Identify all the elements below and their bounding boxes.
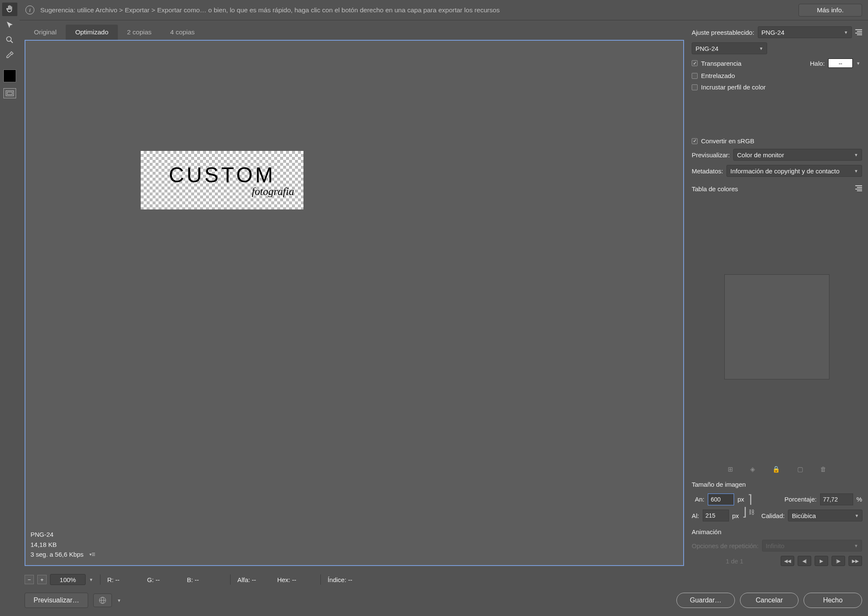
convert-srgb-label: Convertir en sRGB [701,137,754,145]
image-size-header: Tamaño de imagen [692,481,862,488]
status-g: G: -- [147,576,184,583]
embed-profile-label: Incrustar perfil de color [701,84,766,91]
status-bar: − + 100% ▼ R: -- G: -- B: -- Alfa: -- He… [25,572,862,587]
transparency-label: Transparencia [701,60,741,67]
trash-icon[interactable]: 🗑 [820,465,826,473]
repeat-dropdown: Infinito▼ [762,540,862,552]
link-bracket-icon-2: ⌋ [742,505,747,519]
quality-label: Calidad: [761,512,785,519]
metadata-dropdown[interactable]: Información de copyright y de contacto▼ [726,165,862,177]
animation-counter: 1 de 1 [726,557,743,565]
convert-srgb-checkbox[interactable] [692,138,698,144]
percent-suffix: % [857,496,862,503]
done-button[interactable]: Hecho [804,593,862,608]
tab-2up[interactable]: 2 copias [118,25,161,40]
preset-menu-icon[interactable] [855,29,862,35]
chevron-down-icon[interactable]: ▼ [856,61,862,66]
halo-swatch[interactable]: -- [828,59,853,68]
width-input[interactable] [708,493,734,505]
prev-frame-button[interactable]: ◀| [798,556,811,566]
zoom-level[interactable]: 100% [50,574,86,585]
status-b: B: -- [187,576,223,583]
web-shift-icon[interactable]: ◈ [750,465,755,473]
link-dimensions-icon[interactable]: ⛓ [748,509,754,516]
format-dropdown[interactable]: PNG-24▼ [692,42,767,54]
status-r: R: -- [107,576,144,583]
tab-optimized[interactable]: Optimizado [66,25,117,40]
preset-label: Ajuste preestablecido: [692,29,754,36]
next-frame-button[interactable]: |▶ [832,556,845,566]
embed-profile-checkbox[interactable] [692,84,698,90]
zoom-tool-button[interactable] [2,33,17,47]
svg-rect-3 [7,92,12,95]
buttons-bar: Previsualizar… ▼ Guardar… Cancelar Hecho [25,591,862,610]
canvas-info: PNG-24 14,18 KB 3 seg. a 56,6 Kbps ▾☰ [25,526,683,565]
zoom-out-button[interactable]: − [25,575,34,584]
canvas-size: 14,18 KB [31,540,57,549]
first-frame-button[interactable]: ◀◀ [781,556,794,566]
canvas-time: 3 seg. a 56,6 Kbps [31,549,83,559]
save-button[interactable]: Guardar… [676,593,735,608]
zoom-in-button[interactable]: + [37,575,47,584]
more-info-button[interactable]: Más info. [798,4,862,17]
metadata-label: Metadatos: [692,167,723,175]
artboard-text-2: fotografia [252,186,294,198]
chevron-down-icon[interactable]: ▼ [117,598,121,603]
px-suffix-2: px [732,512,739,519]
color-table-label: Tabla de colores [692,185,738,192]
repeat-label: Opciones de repetición: [692,542,759,549]
transparency-map-icon[interactable]: ⊞ [728,465,733,473]
color-table [724,274,829,379]
info-icon: i [25,6,34,14]
height-label: Al: [692,512,699,519]
link-bracket-icon: ⌉ [748,492,752,506]
chevron-down-icon: ▼ [854,544,858,548]
preset-dropdown[interactable]: PNG-24▼ [758,26,852,38]
interlaced-label: Entrelazado [701,72,735,79]
canvas-info-menu-icon[interactable]: ▾☰ [86,551,95,558]
preview-artboard: CUSTOM fotografia [141,151,303,209]
preview-canvas[interactable]: CUSTOM fotografia [25,41,683,526]
artboard-text-1: CUSTOM [169,163,275,187]
settings-panel: Ajuste preestablecido: PNG-24▼ PNG-24▼ T… [692,25,862,566]
status-index: Índice: -- [328,576,391,583]
svg-point-0 [7,37,11,42]
preview-tabs: Original Optimizado 2 copias 4 copias [25,25,684,40]
svg-line-1 [11,41,13,43]
eyedropper-tool-button[interactable] [2,48,17,62]
cancel-button[interactable]: Cancelar [740,593,798,608]
preview-canvas-wrap: CUSTOM fotografia PNG-24 14,18 KB 3 seg.… [25,40,684,566]
tab-4up[interactable]: 4 copias [161,25,204,40]
foreground-color-swatch[interactable] [3,70,16,82]
hand-tool-button[interactable] [2,3,17,16]
animation-header: Animación [692,528,862,535]
preview-label: Previsualizar: [692,151,730,159]
last-frame-button[interactable]: ▶▶ [849,556,862,566]
chevron-down-icon: ▼ [854,169,858,173]
status-alpha: Alfa: -- [237,576,274,583]
play-button[interactable]: ▶ [815,556,828,566]
lock-icon[interactable]: 🔒 [772,465,780,473]
preview-button[interactable]: Previsualizar… [25,593,88,608]
browser-preview-dropdown[interactable] [93,594,112,607]
quality-dropdown[interactable]: Bicúbica▼ [788,510,862,521]
hint-bar: i Sugerencia: utilice Archivo > Exportar… [19,0,868,20]
percent-input[interactable] [820,493,853,505]
color-table-menu-icon[interactable] [855,185,862,191]
tab-original[interactable]: Original [25,25,66,40]
hint-text: Sugerencia: utilice Archivo > Exportar >… [40,6,793,14]
preview-dropdown[interactable]: Color de monitor▼ [733,149,862,161]
slice-visibility-toggle[interactable] [3,88,16,98]
transparency-checkbox[interactable] [692,60,698,66]
globe-icon [99,596,106,604]
width-label: An: [692,496,704,503]
left-toolbar [0,0,19,616]
chevron-down-icon: ▼ [855,513,859,518]
status-hex: Hex: -- [277,576,314,583]
percent-label: Porcentaje: [785,496,817,503]
slice-select-tool-button[interactable] [2,18,17,31]
interlaced-checkbox[interactable] [692,73,698,79]
new-color-icon[interactable]: ▢ [797,465,803,473]
chevron-down-icon[interactable]: ▼ [89,577,93,582]
height-input[interactable] [703,510,729,521]
